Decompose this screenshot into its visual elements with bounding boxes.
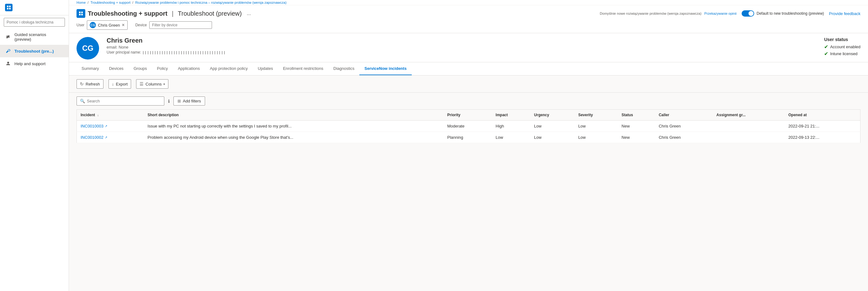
col-header-incident: Incident ↓ (77, 110, 144, 120)
col-header-opened-at: Opened at (784, 110, 861, 120)
tab-devices[interactable]: Devices (104, 62, 129, 75)
user-device-bar: User CG Chris Green ✕ Device (76, 21, 861, 33)
col-header-status: Status (618, 110, 655, 120)
col-header-severity: Severity (575, 110, 618, 120)
user-clear-icon[interactable]: ✕ (122, 23, 125, 27)
provide-feedback-link[interactable]: Provide feedback (829, 11, 861, 16)
user-info: Chris Green email: None User principal n… (106, 37, 807, 54)
cell-status-2: New (618, 132, 655, 143)
user-status-intune-licensed: ✔ Intune licensed (824, 51, 861, 57)
svg-rect-0 (7, 6, 8, 7)
tab-summary[interactable]: Summary (76, 62, 104, 75)
cell-assignment-gr-1 (713, 120, 784, 132)
puzzle-icon (5, 34, 11, 40)
user-status-account-enabled: ✔ Account enabled (824, 44, 861, 50)
svg-rect-3 (9, 8, 11, 9)
cell-assignment-gr-2 (713, 132, 784, 143)
sidebar-item-guided-scenarios[interactable]: Guided scenarios (preview) (0, 29, 69, 45)
tab-diagnostics[interactable]: Diagnostics (328, 62, 360, 75)
tab-updates[interactable]: Updates (253, 62, 278, 75)
user-selector-group: User CG Chris Green ✕ (76, 21, 128, 30)
incident-link-2[interactable]: INC0010002 ↗ (81, 135, 140, 140)
page-title: Troubleshooting + support (88, 10, 167, 17)
table-body: INC0010003 ↗ Issue with my PC not starti… (77, 120, 861, 143)
person-icon (5, 61, 11, 67)
toggle-container: Default to new troubleshooting (preview) (742, 10, 824, 16)
col-header-priority: Priority (443, 110, 492, 120)
table-container: Incident ↓ Short description Priority Im… (69, 109, 868, 143)
cell-caller-2: Chris Green (655, 132, 713, 143)
cell-incident-1: INC0010003 ↗ (77, 120, 144, 132)
cell-severity-1: Low (575, 120, 618, 132)
export-button[interactable]: ↓ Export (108, 79, 131, 89)
tab-groups[interactable]: Groups (129, 62, 152, 75)
cell-description-2: Problem accessing my Android device when… (144, 132, 444, 143)
user-selector[interactable]: CG Chris Green ✕ (87, 21, 128, 30)
columns-chevron-down-icon: ▾ (163, 82, 165, 86)
search-input-container: 🔍 (76, 97, 164, 106)
main-content: Home / Troubleshooting + support / Rozwi… (69, 0, 868, 291)
device-label: Device (135, 23, 147, 27)
cell-urgency-2: Low (530, 132, 575, 143)
toolbar: ↻ Refresh ↓ Export ☰ Columns ▾ (69, 75, 868, 93)
breadcrumb-home[interactable]: Home (76, 1, 86, 4)
add-filters-button[interactable]: ⊞ Add filters (174, 97, 205, 106)
refresh-button[interactable]: ↻ Refresh (76, 79, 103, 89)
refresh-label: Refresh (86, 82, 100, 86)
upn-value: ||||||||||||||||||||||||||||||||||| (142, 50, 226, 54)
default-toggle[interactable] (742, 10, 754, 16)
cell-description-1: Issue with my PC not starting up correct… (144, 120, 444, 132)
columns-button[interactable]: ☰ Columns ▾ (136, 79, 168, 89)
przekazywanie-opinii-link[interactable]: Przekazywanie opinii (704, 11, 737, 15)
sidebar-item-troubleshoot[interactable]: Troubleshoot (pre...) (0, 45, 69, 57)
page-header: Troubleshooting + support | Troubleshoot… (69, 5, 868, 33)
more-options-icon[interactable]: ... (247, 11, 251, 16)
svg-rect-2 (7, 8, 8, 9)
cell-impact-2: Low (492, 132, 531, 143)
nav-tabs: Summary Devices Groups Policy Applicatio… (69, 62, 868, 75)
user-avatar-small: CG (90, 22, 96, 28)
page-header-top: Troubleshooting + support | Troubleshoot… (76, 9, 861, 18)
sort-icon-incident[interactable]: ↓ (97, 113, 99, 117)
search-bar: 🔍 ℹ ⊞ Add filters (69, 93, 868, 109)
cell-urgency-1: Low (530, 120, 575, 132)
sidebar-item-label: Guided scenarios (preview) (14, 32, 64, 42)
sidebar-search-input[interactable] (4, 18, 65, 27)
cell-status-1: New (618, 120, 655, 132)
cell-priority-2: Planning (443, 132, 492, 143)
tab-policy[interactable]: Policy (152, 62, 173, 75)
external-link-icon-2: ↗ (105, 136, 107, 139)
incident-link-1[interactable]: INC0010003 ↗ (81, 124, 140, 129)
user-display-name: Chris Green (106, 37, 807, 44)
cell-priority-1: Moderate (443, 120, 492, 132)
breadcrumb-current: Rozwiązywanie problemów i pomoc technicz… (135, 1, 286, 4)
user-status-title: User status (824, 37, 861, 42)
table-row: INC0010003 ↗ Issue with my PC not starti… (77, 120, 861, 132)
user-email: email: None (106, 45, 807, 49)
breadcrumb-sep-1: / (88, 1, 88, 4)
external-link-icon-1: ↗ (105, 124, 107, 128)
wrench-icon (5, 48, 11, 54)
tab-enrollment-restrictions[interactable]: Enrollment restrictions (278, 62, 328, 75)
search-input[interactable] (87, 99, 161, 103)
tab-app-protection-policy[interactable]: App protection policy (205, 62, 253, 75)
columns-label: Columns (146, 82, 161, 86)
col-header-caller: Caller (655, 110, 713, 120)
upn-label: User principal name: (106, 50, 141, 54)
toggle-knob (748, 11, 753, 16)
breadcrumb-troubleshooting[interactable]: Troubleshooting + support (90, 1, 130, 4)
sidebar-header (0, 0, 69, 15)
cell-incident-2: INC0010002 ↗ (77, 132, 144, 143)
col-header-urgency: Urgency (530, 110, 575, 120)
user-avatar: CG (76, 37, 99, 60)
device-filter-input[interactable] (149, 21, 212, 29)
tab-servicenow-incidents[interactable]: ServiceNow incidents (360, 62, 411, 75)
intune-logo-icon (5, 4, 12, 11)
search-info-icon[interactable]: ℹ (168, 99, 169, 104)
sidebar-item-help-and-support[interactable]: Help and support (0, 57, 69, 70)
top-breadcrumb-bar: Home / Troubleshooting + support / Rozwi… (69, 0, 868, 5)
tab-applications[interactable]: Applications (173, 62, 205, 75)
intune-licensed-label: Intune licensed (830, 51, 857, 56)
user-upn: User principal name: |||||||||||||||||||… (106, 50, 807, 54)
refresh-icon: ↻ (80, 81, 84, 86)
